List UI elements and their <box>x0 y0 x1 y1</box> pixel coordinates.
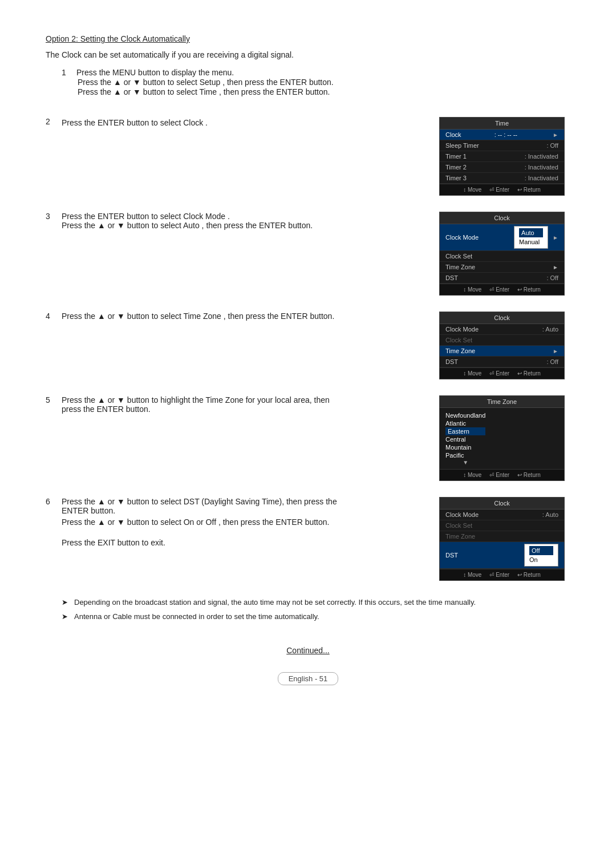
menu1-row-timer2: Timer 2 : Inactivated <box>440 162 564 173</box>
step5-block: 5 Press the ▲ or ▼ button to highlight t… <box>46 395 570 481</box>
step2-menu: Time Clock : -- : -- -- ► Sleep Timer : … <box>439 117 570 196</box>
note2-text: Antenna or Cable must be connected in or… <box>74 611 319 623</box>
step3-block: 3 Press the ENTER button to select Clock… <box>46 212 570 296</box>
menu2-title: Clock <box>440 212 564 224</box>
menu2-dst: DST : Off <box>440 273 564 284</box>
menu5-dst-row: DST Off On <box>440 542 564 569</box>
step3-line2: Press the ▲ or ▼ button to select Auto ,… <box>62 221 313 230</box>
clock-menu-3: Clock Clock Mode : Auto Clock Set Time Z… <box>439 497 565 581</box>
intro-text: The Clock can be set automatically if yo… <box>46 50 570 59</box>
menu3-timezone: Time Zone ► <box>440 346 564 357</box>
tz-list-left: Newfoundland Atlantic Eastern Central Mo… <box>445 411 485 466</box>
menu1-footer: ↕ Move ⏎ Enter ↩ Return <box>440 184 564 195</box>
menu5-title: Clock <box>440 498 564 510</box>
note-2: ➤ Antenna or Cable must be connected in … <box>62 611 570 623</box>
step5-content: Press the ▲ or ▼ button to highlight the… <box>62 395 330 414</box>
step5-line1: Press the ▲ or ▼ button to highlight the… <box>62 395 330 405</box>
clock-mode-label: Clock Mode <box>445 234 479 241</box>
time-menu-1: Time Clock : -- : -- -- ► Sleep Timer : … <box>439 117 565 196</box>
page-number-badge: English - 51 <box>278 672 339 685</box>
menu1-row-clock: Clock : -- : -- -- ► <box>440 130 564 140</box>
step3-content: Press the ENTER button to select Clock M… <box>62 212 313 230</box>
menu1-row-timer1: Timer 1 : Inactivated <box>440 151 564 162</box>
step3-number: 3 <box>46 212 62 221</box>
step3-menu: Clock Clock Mode Auto Manual ► <box>439 212 570 296</box>
menu5-footer: ↕ Move ⏎ Enter ↩ Return <box>440 569 564 580</box>
clock-menu-2: Clock Clock Mode : Auto Clock Set Time Z… <box>439 312 565 379</box>
step5-menu: Time Zone Newfoundland Atlantic Eastern … <box>439 395 570 481</box>
continued-link: Continued... <box>46 646 570 655</box>
menu2-timezone: Time Zone ► <box>440 262 564 273</box>
step4-text: Press the ▲ or ▼ button to select Time Z… <box>62 312 334 321</box>
step6-block: 6 Press the ▲ or ▼ button to select DST … <box>46 497 570 581</box>
step6-number: 6 <box>46 497 62 506</box>
step2-text: Press the ENTER button to select Clock . <box>62 118 208 127</box>
menu1-row-sleep: Sleep Timer : Off <box>440 140 564 151</box>
menu3-dst: DST : Off <box>440 357 564 367</box>
step5-line2: press the ENTER button. <box>62 405 330 414</box>
menu1-row-timer3: Timer 3 : Inactivated <box>440 173 564 184</box>
menu3-footer: ↕ Move ⏎ Enter ↩ Return <box>440 367 564 379</box>
step6-line1: Press the ▲ or ▼ button to select DST (D… <box>62 497 337 506</box>
step6-line4 <box>62 529 337 538</box>
menu4-footer: ↕ Move ⏎ Enter ↩ Return <box>440 469 564 480</box>
step1-line1: Press the MENU button to display the men… <box>76 68 234 77</box>
step6-menu: Clock Clock Mode : Auto Clock Set Time Z… <box>439 497 570 581</box>
menu2-clock-mode-row: Clock Mode Auto Manual ► <box>440 224 564 251</box>
timezone-menu: Time Zone Newfoundland Atlantic Eastern … <box>439 395 565 481</box>
step6-exit: Press the EXIT button to exit. <box>62 538 337 547</box>
note-1: ➤ Depending on the broadcast station and… <box>62 597 570 609</box>
notes-block: ➤ Depending on the broadcast station and… <box>62 597 570 623</box>
step4-content: Press the ▲ or ▼ button to select Time Z… <box>62 312 334 321</box>
step6-content: Press the ▲ or ▼ button to select DST (D… <box>62 497 337 547</box>
step2-content: Press the ENTER button to select Clock . <box>62 117 208 127</box>
note1-text: Depending on the broadcast station and s… <box>74 597 476 609</box>
page-content: Option 2: Setting the Clock Automaticall… <box>0 0 616 719</box>
clock-mode-dropdown: Auto Manual <box>514 226 548 249</box>
step4-number: 4 <box>46 312 62 321</box>
menu3-clock-mode: Clock Mode : Auto <box>440 324 564 335</box>
step4-block: 4 Press the ▲ or ▼ button to select Time… <box>46 312 570 379</box>
menu2-clock-set: Clock Set <box>440 251 564 262</box>
note1-arrow: ➤ <box>62 597 71 609</box>
note2-arrow: ➤ <box>62 611 71 623</box>
menu3-title: Clock <box>440 312 564 324</box>
step6-line2: ENTER button. <box>62 506 337 515</box>
step2-number: 2 <box>46 117 62 126</box>
step2-block: 2 Press the ENTER button to select Clock… <box>46 117 570 196</box>
menu5-timezone: Time Zone <box>440 531 564 542</box>
menu4-title: Time Zone <box>440 396 564 408</box>
page-footer: English - 51 <box>46 672 570 685</box>
step4-menu: Clock Clock Mode : Auto Clock Set Time Z… <box>439 312 570 379</box>
menu5-clock-mode: Clock Mode : Auto <box>440 510 564 520</box>
step1-block: 1 Press the MENU button to display the m… <box>62 67 570 96</box>
step1-line3: Press the ▲ or ▼ button to select Time ,… <box>78 87 330 96</box>
option-heading: Option 2: Setting the Clock Automaticall… <box>46 34 570 43</box>
step5-number: 5 <box>46 395 62 405</box>
menu1-title: Time <box>440 118 564 130</box>
step1-number: 1 <box>62 68 66 77</box>
menu5-clock-set: Clock Set <box>440 520 564 531</box>
clock-menu-1: Clock Clock Mode Auto Manual ► <box>439 212 565 296</box>
step1-line2: Press the ▲ or ▼ button to select Setup … <box>78 78 334 87</box>
step3-line1: Press the ENTER button to select Clock M… <box>62 212 313 221</box>
dst-dropdown: Off On <box>524 544 558 567</box>
step6-line3: Press the ▲ or ▼ button to select On or … <box>62 517 337 527</box>
menu3-clock-set: Clock Set <box>440 335 564 346</box>
menu2-footer: ↕ Move ⏎ Enter ↩ Return <box>440 284 564 295</box>
